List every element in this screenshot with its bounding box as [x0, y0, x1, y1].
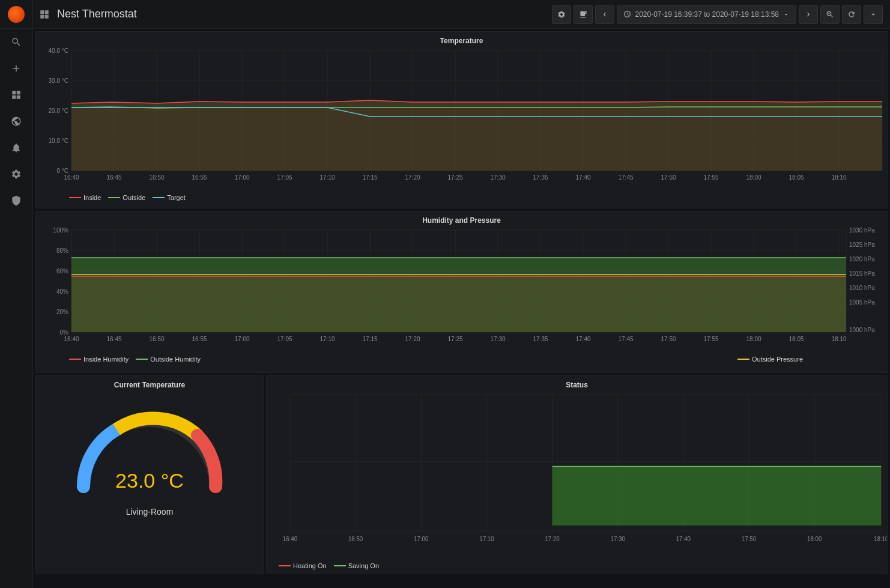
svg-text:17:20: 17:20	[545, 536, 560, 542]
inside-color	[69, 197, 81, 198]
charts-area: Temperature	[33, 29, 890, 588]
legend-outside-pressure: Outside Pressure	[737, 356, 803, 363]
legend-outside-humidity-label: Outside Humidity	[150, 356, 201, 363]
temperature-legend: Inside Outside Target	[36, 192, 887, 205]
svg-text:18:00: 18:00	[746, 174, 761, 181]
svg-text:100%: 100%	[53, 227, 68, 234]
status-title: Status	[267, 376, 887, 392]
settings-button[interactable]	[552, 5, 571, 24]
svg-rect-127	[552, 466, 882, 526]
grid-icon	[39, 9, 50, 20]
legend-outside: Outside	[108, 194, 145, 201]
sidebar-item-add[interactable]	[0, 55, 33, 82]
more-button[interactable]	[864, 5, 883, 24]
svg-text:17:30: 17:30	[490, 336, 505, 342]
legend-saving-on: Saving On	[334, 562, 379, 569]
svg-text:16:40: 16:40	[64, 174, 79, 181]
svg-text:1025 hPa: 1025 hPa	[849, 241, 875, 248]
svg-text:18:10: 18:10	[831, 336, 846, 342]
svg-text:1020 hPa: 1020 hPa	[849, 256, 875, 262]
gauge-wrapper: 23.0 °C	[71, 396, 228, 505]
sidebar-item-search[interactable]	[0, 29, 33, 55]
sidebar-item-shield[interactable]	[0, 187, 33, 214]
svg-marker-50	[71, 100, 882, 171]
svg-text:17:15: 17:15	[362, 336, 377, 342]
gauge-value: 23.0 °C	[115, 469, 184, 493]
sidebar-item-explore[interactable]	[0, 108, 33, 135]
target-color	[153, 197, 165, 198]
refresh-button[interactable]	[842, 5, 861, 24]
svg-text:17:05: 17:05	[277, 336, 292, 342]
bottom-row: Current Temperature	[35, 375, 888, 574]
legend-heating-on: Heating On	[279, 562, 327, 569]
prev-button[interactable]	[595, 5, 614, 24]
outside-humidity-color	[136, 359, 148, 360]
legend-target-label: Target	[167, 194, 186, 201]
humidity-legend: Inside Humidity Outside Humidity Outside…	[36, 353, 887, 366]
svg-text:17:20: 17:20	[405, 174, 420, 181]
svg-text:17:50: 17:50	[661, 336, 676, 342]
sidebar-item-alerting[interactable]	[0, 135, 33, 161]
svg-text:17:00: 17:00	[234, 336, 249, 342]
gauge-title: Current Temperature	[114, 381, 185, 389]
status-legend: Heating On Saving On	[267, 560, 887, 573]
svg-text:20%: 20%	[56, 309, 68, 315]
svg-text:17:30: 17:30	[611, 536, 626, 542]
svg-text:16:50: 16:50	[149, 174, 164, 181]
zoom-out-button[interactable]	[820, 5, 840, 24]
gauge-reading: 23.0 °C	[115, 469, 184, 493]
svg-text:17:40: 17:40	[575, 336, 590, 342]
monitor-button[interactable]	[574, 5, 593, 24]
time-range-picker[interactable]: 2020-07-19 16:39:37 to 2020-07-19 18:13:…	[617, 5, 796, 24]
svg-text:1010 hPa: 1010 hPa	[849, 285, 875, 291]
svg-text:16:45: 16:45	[106, 174, 121, 181]
main-content: Nest Thermostat 2020-07-19 16:39:37 to 2…	[33, 0, 890, 588]
svg-text:17:10: 17:10	[479, 536, 494, 542]
legend-inside-humidity: Inside Humidity	[69, 356, 129, 363]
svg-point-112	[95, 432, 204, 505]
svg-text:17:05: 17:05	[277, 174, 292, 181]
sidebar-item-dashboard[interactable]	[0, 82, 33, 108]
svg-text:18:10: 18:10	[831, 174, 846, 181]
svg-text:17:10: 17:10	[319, 336, 335, 342]
svg-text:30.0 °C: 30.0 °C	[49, 77, 68, 84]
svg-text:1015 hPa: 1015 hPa	[849, 270, 875, 277]
sidebar	[0, 0, 33, 588]
next-button[interactable]	[799, 5, 818, 24]
svg-text:17:55: 17:55	[703, 336, 718, 342]
svg-text:0%: 0%	[60, 329, 69, 336]
svg-text:17:00: 17:00	[414, 536, 429, 542]
svg-text:17:50: 17:50	[742, 536, 757, 542]
svg-text:16:40: 16:40	[64, 336, 79, 342]
svg-text:17:35: 17:35	[533, 336, 548, 342]
svg-text:1000 hPa: 1000 hPa	[849, 327, 875, 333]
svg-text:17:30: 17:30	[490, 174, 505, 181]
time-range-label: 2020-07-19 16:39:37 to 2020-07-19 18:13:…	[635, 10, 779, 19]
status-panel: Status	[266, 375, 888, 574]
svg-text:16:40: 16:40	[283, 536, 298, 542]
gauge-panel: Current Temperature	[35, 375, 264, 574]
topbar-actions: 2020-07-19 16:39:37 to 2020-07-19 18:13:…	[552, 5, 883, 24]
topbar: Nest Thermostat 2020-07-19 16:39:37 to 2…	[33, 0, 890, 29]
app-logo[interactable]	[0, 0, 33, 29]
outside-color	[108, 197, 120, 198]
legend-outside-label: Outside	[123, 194, 145, 201]
svg-text:17:25: 17:25	[447, 174, 462, 181]
svg-text:20.0 °C: 20.0 °C	[49, 108, 68, 114]
svg-marker-111	[71, 276, 846, 332]
svg-text:17:15: 17:15	[362, 174, 377, 181]
svg-text:80%: 80%	[56, 247, 68, 254]
svg-text:40%: 40%	[56, 288, 68, 295]
page-title: Nest Thermostat	[57, 8, 547, 20]
svg-text:17:55: 17:55	[703, 174, 718, 181]
svg-text:17:50: 17:50	[661, 174, 676, 181]
gauge-location: Living-Room	[126, 507, 174, 517]
humidity-chart-title: Humidity and Pressure	[36, 211, 887, 227]
temperature-chart-title: Temperature	[36, 32, 887, 47]
saving-on-color	[334, 565, 346, 566]
sidebar-item-settings[interactable]	[0, 161, 33, 187]
svg-text:60%: 60%	[56, 268, 68, 274]
svg-text:16:55: 16:55	[192, 336, 207, 342]
svg-text:17:20: 17:20	[405, 336, 420, 342]
legend-heating-on-label: Heating On	[293, 562, 327, 569]
